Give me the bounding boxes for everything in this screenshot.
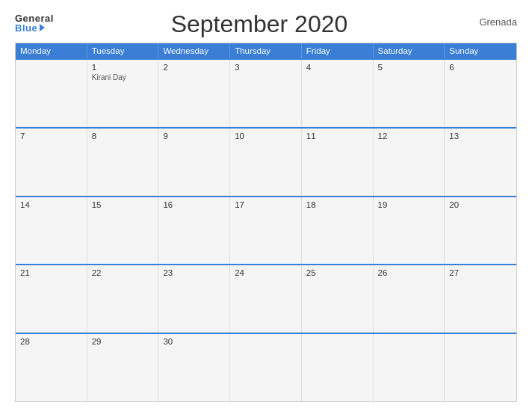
day-number: 6 xyxy=(449,63,512,72)
calendar-cell: 28 xyxy=(16,334,87,401)
calendar-cell: 29 xyxy=(87,334,159,401)
day-number: 23 xyxy=(163,268,225,277)
calendar-cell: 10 xyxy=(230,129,302,196)
day-number: 16 xyxy=(163,200,225,209)
calendar-cell: 30 xyxy=(158,334,230,401)
calendar-cell: 8 xyxy=(87,129,159,196)
calendar-cell: 6 xyxy=(445,60,516,127)
day-number: 21 xyxy=(20,268,82,277)
calendar-cell: 18 xyxy=(302,197,374,265)
day-number: 25 xyxy=(306,268,368,277)
calendar-header-cell: Tuesday xyxy=(87,43,159,58)
calendar-cell: 26 xyxy=(374,265,445,333)
calendar-week-row: 78910111213 xyxy=(16,127,516,196)
page: General Blue September 2020 Grenada Mond… xyxy=(0,0,532,411)
day-number: 19 xyxy=(378,200,440,209)
calendar-cell: 24 xyxy=(230,265,302,333)
calendar: MondayTuesdayWednesdayThursdayFridaySatu… xyxy=(15,43,517,402)
day-number: 27 xyxy=(449,268,512,277)
day-number: 15 xyxy=(92,200,154,209)
calendar-cell xyxy=(374,334,445,401)
calendar-cell: 15 xyxy=(87,197,159,265)
country-label: Grenada xyxy=(465,16,517,28)
calendar-week-row: 14151617181920 xyxy=(16,196,516,265)
day-number: 20 xyxy=(449,200,512,209)
calendar-cell: 27 xyxy=(445,265,516,333)
calendar-cell: 23 xyxy=(158,265,230,333)
day-number: 26 xyxy=(378,268,440,277)
day-number: 10 xyxy=(235,132,297,140)
day-event: Kirani Day xyxy=(92,73,154,81)
calendar-cell: 2 xyxy=(158,60,230,127)
calendar-title: September 2020 xyxy=(54,10,465,38)
calendar-week-row: 282930 xyxy=(16,333,516,401)
calendar-cell: 4 xyxy=(302,60,374,127)
calendar-cell: 16 xyxy=(158,197,230,265)
day-number: 30 xyxy=(163,337,225,346)
calendar-cell: 12 xyxy=(374,129,445,196)
day-number: 29 xyxy=(92,337,154,346)
logo-triangle-icon xyxy=(40,24,45,31)
calendar-cell: 21 xyxy=(16,265,87,333)
calendar-cell: 14 xyxy=(16,197,87,265)
calendar-header-cell: Sunday xyxy=(445,43,516,58)
calendar-header-cell: Wednesday xyxy=(158,43,230,58)
calendar-cell: 19 xyxy=(374,197,445,265)
day-number: 9 xyxy=(163,132,225,140)
calendar-header-cell: Saturday xyxy=(374,43,445,58)
calendar-cell: 7 xyxy=(16,129,87,196)
calendar-cell xyxy=(302,334,374,401)
calendar-week-row: 1Kirani Day23456 xyxy=(16,58,516,127)
header: General Blue September 2020 Grenada xyxy=(15,13,517,38)
calendar-cell: 5 xyxy=(374,60,445,127)
calendar-cell: 20 xyxy=(445,197,516,265)
calendar-cell xyxy=(16,60,87,127)
calendar-cell: 13 xyxy=(445,129,516,196)
day-number: 24 xyxy=(235,268,297,277)
calendar-body: 1Kirani Day23456789101112131415161718192… xyxy=(16,58,516,401)
day-number: 7 xyxy=(20,132,82,140)
day-number: 8 xyxy=(92,132,154,140)
day-number: 28 xyxy=(20,337,82,346)
calendar-cell: 17 xyxy=(230,197,302,265)
calendar-cell: 9 xyxy=(158,129,230,196)
calendar-cell: 25 xyxy=(302,265,374,333)
logo-blue-text: Blue xyxy=(15,23,45,33)
day-number: 4 xyxy=(306,63,368,72)
day-number: 5 xyxy=(378,63,440,72)
calendar-cell: 3 xyxy=(230,60,302,127)
day-number: 22 xyxy=(92,268,154,277)
calendar-cell: 1Kirani Day xyxy=(87,60,159,127)
calendar-cell xyxy=(230,334,302,401)
logo: General Blue xyxy=(15,13,54,33)
day-number: 14 xyxy=(20,200,82,209)
day-number: 18 xyxy=(306,200,368,209)
day-number: 13 xyxy=(449,132,512,140)
day-number: 1 xyxy=(92,63,154,72)
day-number: 3 xyxy=(235,63,297,72)
day-number: 17 xyxy=(235,200,297,209)
day-number: 2 xyxy=(163,63,225,72)
calendar-cell xyxy=(445,334,516,401)
calendar-cell: 11 xyxy=(302,129,374,196)
calendar-week-row: 21222324252627 xyxy=(16,264,516,333)
calendar-header-cell: Monday xyxy=(16,43,87,58)
calendar-header-row: MondayTuesdayWednesdayThursdayFridaySatu… xyxy=(16,43,516,58)
day-number: 11 xyxy=(306,132,368,140)
calendar-header-cell: Thursday xyxy=(230,43,302,58)
calendar-header-cell: Friday xyxy=(302,43,374,58)
day-number: 12 xyxy=(378,132,440,140)
calendar-cell: 22 xyxy=(87,265,159,333)
